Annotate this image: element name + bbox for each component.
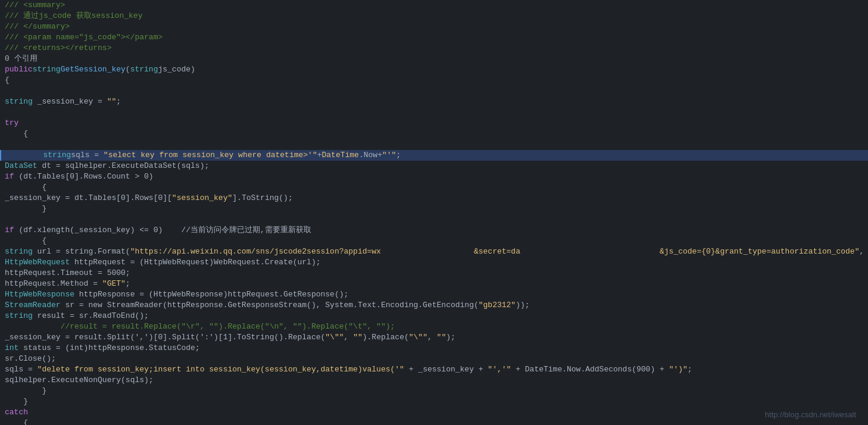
- code-line: if (dt.Tables[0].Rows.Count > 0): [0, 171, 868, 182]
- code-line: /// <param name="js_code"></param>: [0, 32, 868, 43]
- code-line: HttpWebResponse httpResponse = (HttpWebR…: [0, 289, 868, 300]
- code-line: [0, 214, 868, 225]
- code-line: DataSet dt = sqlhelper.ExecuteDataSet(sq…: [0, 161, 868, 171]
- code-line: HttpWebRequest httpRequest = (HttpWebReq…: [0, 257, 868, 268]
- code-line: {: [0, 129, 868, 139]
- code-line: StreamReader sr = new StreamReader(httpR…: [0, 300, 868, 311]
- code-line: [0, 139, 868, 150]
- code-line: /// </summary>: [0, 21, 868, 32]
- code-line: httpRequest.Timeout = 5000;: [0, 268, 868, 279]
- code-line: string result = sr.ReadToEnd();: [0, 311, 868, 321]
- code-line: //result = result.Replace("\r", "").Repl…: [0, 321, 868, 332]
- code-editor: /// <summary>/// 通过js_code 获取session_key…: [0, 0, 868, 425]
- code-line: _session_key = result.Split(',')[0].Spli…: [0, 332, 868, 343]
- code-line: }: [0, 386, 868, 396]
- code-line: if (df.xlength(_session_key) <= 0) //当前访…: [0, 225, 868, 236]
- code-line: sr.Close();: [0, 354, 868, 364]
- code-line: }: [0, 396, 868, 407]
- code-line: int status = (int)httpResponse.StatusCod…: [0, 343, 868, 354]
- code-line: sqls = "delete from session_key;insert i…: [0, 364, 868, 375]
- code-lines: /// <summary>/// 通过js_code 获取session_key…: [0, 0, 868, 425]
- code-line: httpRequest.Method = "GET";: [0, 279, 868, 289]
- code-line: /// <returns></returns>: [0, 43, 868, 54]
- code-line: [0, 107, 868, 118]
- code-line: /// 通过js_code 获取session_key: [0, 11, 868, 21]
- code-line: string url = string.Format("https://api.…: [0, 246, 868, 257]
- code-line: _session_key = dt.Tables[0].Rows[0]["ses…: [0, 193, 868, 204]
- code-line: string sqls = "select key from session_k…: [0, 150, 868, 161]
- code-line: {: [0, 75, 868, 86]
- code-line: try: [0, 118, 868, 129]
- code-line: {: [0, 236, 868, 246]
- code-line: string _session_key = "";: [0, 96, 868, 107]
- watermark: http://blog.csdn.net/iwesalt: [765, 410, 856, 419]
- code-line: {: [0, 182, 868, 193]
- code-line: catch: [0, 407, 868, 418]
- code-line: /// <summary>: [0, 0, 868, 11]
- code-line: sqlhelper.ExecuteNonQuery(sqls);: [0, 375, 868, 386]
- code-line: [0, 86, 868, 96]
- code-line: public string GetSession_key(string js_c…: [0, 64, 868, 75]
- code-line: }: [0, 204, 868, 214]
- code-line: 0 个引用: [0, 54, 868, 64]
- code-line: {: [0, 418, 868, 425]
